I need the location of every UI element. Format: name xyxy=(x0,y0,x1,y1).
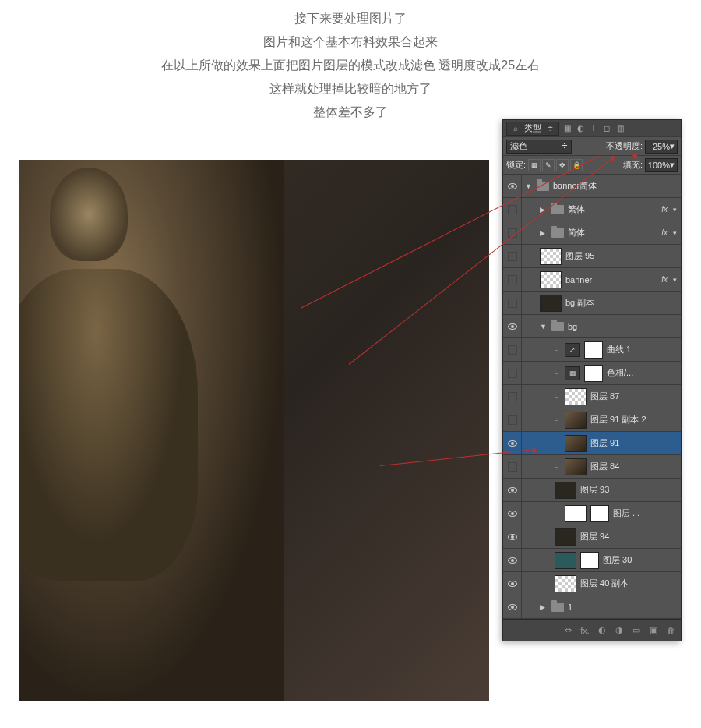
layer-name: 图层 84 xyxy=(590,461,681,472)
visibility-toggle[interactable] xyxy=(508,557,517,564)
chevron-icon[interactable]: ▾ xyxy=(673,206,681,214)
fx-indicator[interactable]: fx xyxy=(661,275,668,284)
folder-icon xyxy=(551,603,564,612)
layer-group-banner-jianti[interactable]: ▼banner简体 xyxy=(503,175,681,198)
visibility-toggle[interactable] xyxy=(508,440,517,447)
layer-thumbnail[interactable] xyxy=(555,552,576,569)
layer-30[interactable]: 图层 30 xyxy=(503,549,681,572)
visibility-toggle[interactable] xyxy=(508,604,517,610)
layer-thumbnail[interactable] xyxy=(540,248,562,265)
layer-dots[interactable]: ⌐图层 ... xyxy=(503,502,681,525)
layer-91[interactable]: ⌐图层 91 xyxy=(503,432,681,455)
clip-icon: ⌐ xyxy=(555,440,561,447)
layer-name: 图层 30 xyxy=(603,554,681,566)
layer-thumbnail[interactable] xyxy=(555,528,576,546)
layer-thumbnail[interactable] xyxy=(565,505,587,522)
layer-banner[interactable]: bannerfx▾ xyxy=(503,268,681,292)
layer-bg-copy[interactable]: bg 副本 xyxy=(503,292,681,315)
layer-91-copy-2[interactable]: ⌐图层 91 副本 2 xyxy=(503,408,681,432)
fx-icon[interactable]: fx. xyxy=(579,626,590,635)
smart-filter-icon[interactable]: ▥ xyxy=(615,123,625,134)
layer-95[interactable]: 图层 95 xyxy=(503,245,681,268)
visibility-toggle[interactable] xyxy=(508,511,517,517)
chevron-down-icon: ≑ xyxy=(561,141,568,151)
new-layer-icon[interactable]: ▣ xyxy=(648,625,659,635)
layer-thumbnail[interactable] xyxy=(565,458,587,475)
adjustment-filter-icon[interactable]: ◐ xyxy=(575,123,586,134)
mask-thumbnail[interactable] xyxy=(590,505,609,522)
mask-thumbnail[interactable] xyxy=(584,341,603,359)
blend-mode-select[interactable]: 滤色 ≑ xyxy=(506,140,572,154)
fx-indicator[interactable]: fx xyxy=(661,205,668,214)
layer-thumbnail[interactable] xyxy=(565,388,587,405)
visibility-toggle[interactable] xyxy=(508,415,517,425)
fill-input[interactable]: 100% ▾ xyxy=(645,158,678,172)
lock-pixels-icon[interactable]: ✎ xyxy=(542,159,555,171)
visibility-toggle[interactable] xyxy=(508,369,517,378)
chevron-icon[interactable]: ▾ xyxy=(673,229,681,237)
visibility-toggle[interactable] xyxy=(508,345,517,355)
layer-thumbnail[interactable] xyxy=(555,482,576,499)
layer-group-jianti[interactable]: ▶简体fx▾ xyxy=(503,221,681,245)
layer-thumbnail[interactable] xyxy=(540,295,562,312)
lock-transparency-icon[interactable]: ▦ xyxy=(528,159,541,171)
disclosure-icon[interactable]: ▼ xyxy=(525,182,533,190)
visibility-toggle[interactable] xyxy=(508,275,517,284)
layer-group-1[interactable]: ▶1 xyxy=(503,595,681,619)
visibility-toggle[interactable] xyxy=(508,581,517,587)
blend-mode-value: 滤色 xyxy=(510,140,527,152)
mask-thumbnail[interactable] xyxy=(580,552,599,569)
layer-curves-1[interactable]: ⌐⤢曲线 1 xyxy=(503,338,681,362)
trash-icon[interactable]: 🗑 xyxy=(665,626,676,635)
layer-94[interactable]: 图层 94 xyxy=(503,525,681,549)
layer-93[interactable]: 图层 93 xyxy=(503,479,681,502)
clip-icon: ⌐ xyxy=(555,369,561,377)
fx-indicator[interactable]: fx xyxy=(661,228,668,237)
blend-row: 滤色 ≑ 不透明度: 25% ▾ xyxy=(503,137,681,156)
layer-40-copy[interactable]: 图层 40 副本 xyxy=(503,572,681,595)
visibility-toggle[interactable] xyxy=(508,252,517,261)
layer-name: 图层 ... xyxy=(613,507,681,519)
layer-thumbnail[interactable] xyxy=(540,271,562,288)
layer-thumbnail[interactable] xyxy=(565,412,587,429)
pixel-filter-icon[interactable]: ▦ xyxy=(562,123,572,134)
lock-position-icon[interactable]: ✥ xyxy=(556,159,569,171)
shape-filter-icon[interactable]: ◻ xyxy=(601,123,612,134)
visibility-toggle[interactable] xyxy=(508,205,517,214)
visibility-toggle[interactable] xyxy=(508,392,517,401)
annotation-arrow xyxy=(533,447,538,454)
type-filter-icon[interactable]: T xyxy=(588,123,599,134)
visibility-toggle[interactable] xyxy=(508,323,517,330)
opacity-input[interactable]: 25% ▾ xyxy=(645,140,678,154)
disclosure-icon[interactable]: ▶ xyxy=(540,603,548,611)
visibility-toggle[interactable] xyxy=(508,487,517,493)
layer-84[interactable]: ⌐图层 84 xyxy=(503,455,681,479)
new-group-icon[interactable]: ▭ xyxy=(631,625,642,635)
hue-icon[interactable]: ▦ xyxy=(565,366,580,380)
layer-thumbnail[interactable] xyxy=(555,575,576,592)
lock-icons: ▦ ✎ ✥ 🔒 xyxy=(528,159,583,171)
statue-image xyxy=(19,160,284,701)
visibility-toggle[interactable] xyxy=(508,299,517,308)
mask-thumbnail[interactable] xyxy=(584,365,603,382)
visibility-toggle[interactable] xyxy=(508,534,517,540)
visibility-toggle[interactable] xyxy=(508,462,517,472)
layer-87[interactable]: ⌐图层 87 xyxy=(503,385,681,408)
visibility-toggle[interactable] xyxy=(508,183,517,189)
chevron-icon[interactable]: ▾ xyxy=(673,276,681,284)
adjustment-icon[interactable]: ◑ xyxy=(614,625,625,635)
disclosure-icon[interactable]: ▼ xyxy=(540,323,548,330)
layer-hue[interactable]: ⌐▦色相/... xyxy=(503,362,681,385)
chevron-down-icon: ▾ xyxy=(670,141,675,151)
search-icon: ⌕ xyxy=(510,123,521,134)
kind-filter-dropdown[interactable]: ⌕ 类型 ≑ xyxy=(506,122,559,136)
disclosure-icon[interactable]: ▶ xyxy=(540,229,548,237)
curves-icon[interactable]: ⤢ xyxy=(565,343,580,357)
layer-thumbnail[interactable] xyxy=(565,435,587,452)
mask-icon[interactable]: ◐ xyxy=(597,625,608,635)
layer-group-fanti[interactable]: ▶繁体fx▾ xyxy=(503,198,681,221)
layer-group-bg[interactable]: ▼bg xyxy=(503,315,681,338)
link-layers-icon[interactable]: ⇔ xyxy=(562,625,573,635)
clip-icon: ⌐ xyxy=(555,510,561,518)
kind-filter-label: 类型 xyxy=(524,122,541,134)
